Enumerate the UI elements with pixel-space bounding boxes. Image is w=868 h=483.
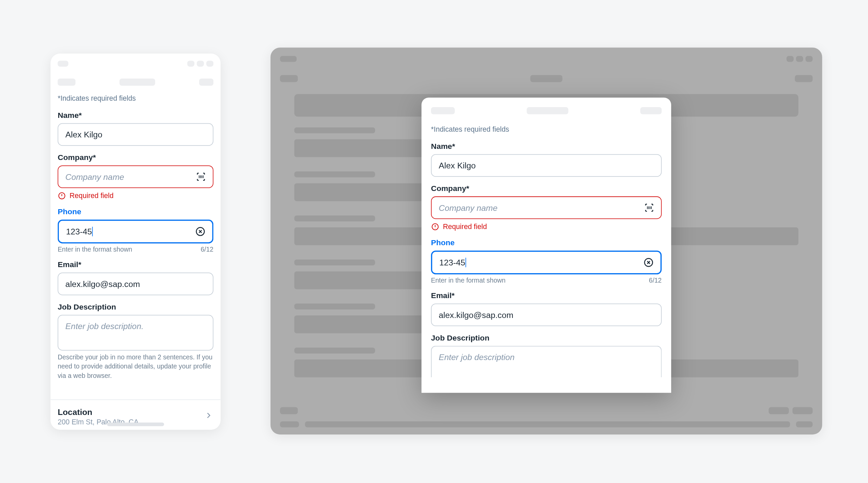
clear-icon[interactable] (639, 253, 658, 272)
required-fields-note: *Indicates required fields (58, 94, 213, 103)
error-icon (58, 192, 66, 200)
phone-input-wrap[interactable]: 123-45 (58, 220, 213, 244)
modal-name-input-wrap[interactable] (431, 154, 662, 177)
modal-job-textarea-wrap[interactable] (431, 346, 662, 377)
tablet-status-bar (280, 56, 812, 62)
mobile-device-frame: *Indicates required fields Name* Company… (51, 54, 220, 430)
company-input-wrap[interactable] (58, 165, 213, 188)
name-input-wrap[interactable] (58, 123, 213, 146)
modal-header (431, 107, 662, 114)
modal-phone-input[interactable]: 123-45 (432, 252, 639, 273)
modal-company-field-group: Company* Re (431, 184, 662, 231)
job-help-text: Describe your job in no more than 2 sent… (58, 353, 213, 380)
chevron-right-icon (204, 410, 213, 422)
name-field-group: Name* (58, 111, 213, 146)
job-textarea-wrap[interactable] (58, 315, 213, 351)
email-input-wrap[interactable] (58, 273, 213, 295)
mobile-nav-header (58, 79, 213, 86)
drag-indicator (107, 423, 164, 426)
company-label: Company* (58, 153, 213, 162)
text-cursor (92, 227, 93, 236)
form-modal: *Indicates required fields Name* Company… (422, 98, 671, 393)
phone-field-group: Phone 123-45 Enter in the format shown 6… (58, 207, 213, 253)
email-field-group: Email* (58, 260, 213, 295)
modal-name-label: Name* (431, 142, 662, 151)
location-section[interactable]: Location 200 Elm St, Palo Alto, CA (51, 399, 220, 430)
modal-name-field-group: Name* (431, 142, 662, 177)
phone-label: Phone (58, 207, 213, 216)
company-error-message: Required field (58, 192, 213, 200)
location-title: Location (58, 407, 138, 417)
modal-email-label: Email* (431, 291, 662, 300)
company-field-group: Company* Required field (58, 153, 213, 200)
phone-input[interactable]: 123-45 (59, 221, 191, 243)
modal-company-error-text: Required field (443, 223, 487, 231)
modal-phone-field-group: Phone 123-45 Enter in the format shown (431, 238, 662, 284)
modal-job-textarea[interactable] (432, 346, 661, 377)
phone-helper-text: Enter in the format shown (58, 246, 132, 253)
modal-company-input-wrap[interactable] (431, 196, 662, 219)
tablet-nav-header (280, 75, 812, 82)
modal-required-note: *Indicates required fields (431, 125, 662, 133)
barcode-scan-icon[interactable] (640, 198, 659, 217)
barcode-scan-icon[interactable] (191, 167, 211, 187)
modal-company-error: Required field (431, 223, 662, 231)
email-input[interactable] (58, 273, 213, 295)
email-label: Email* (58, 260, 213, 269)
modal-company-input[interactable] (432, 197, 640, 219)
company-error-text: Required field (70, 192, 114, 200)
tablet-device-frame: *Indicates required fields Name* Company… (271, 48, 822, 434)
job-textarea[interactable] (58, 316, 213, 350)
mobile-status-bar (58, 61, 213, 67)
modal-email-field-group: Email* (431, 291, 662, 326)
tablet-bottom-bar (280, 407, 812, 427)
modal-name-input[interactable] (432, 154, 661, 176)
modal-phone-label: Phone (431, 238, 662, 247)
modal-job-field-group: Job Description (431, 334, 662, 377)
modal-phone-helper: Enter in the format shown (431, 277, 505, 284)
name-input[interactable] (58, 124, 213, 145)
phone-value-text: 123-45 (66, 227, 92, 236)
modal-phone-value-text: 123-45 (439, 258, 465, 267)
modal-job-label: Job Description (431, 334, 662, 343)
clear-icon[interactable] (191, 222, 210, 241)
phone-char-counter: 6/12 (201, 246, 214, 253)
modal-email-input[interactable] (432, 304, 661, 326)
modal-email-input-wrap[interactable] (431, 304, 662, 326)
job-field-group: Job Description Describe your job in no … (58, 303, 213, 380)
modal-company-label: Company* (431, 184, 662, 193)
job-label: Job Description (58, 303, 213, 312)
modal-phone-counter: 6/12 (649, 277, 662, 284)
modal-phone-input-wrap[interactable]: 123-45 (431, 251, 662, 275)
name-label: Name* (58, 111, 213, 120)
company-input[interactable] (58, 166, 191, 188)
text-cursor (465, 258, 466, 267)
error-icon (431, 223, 439, 231)
